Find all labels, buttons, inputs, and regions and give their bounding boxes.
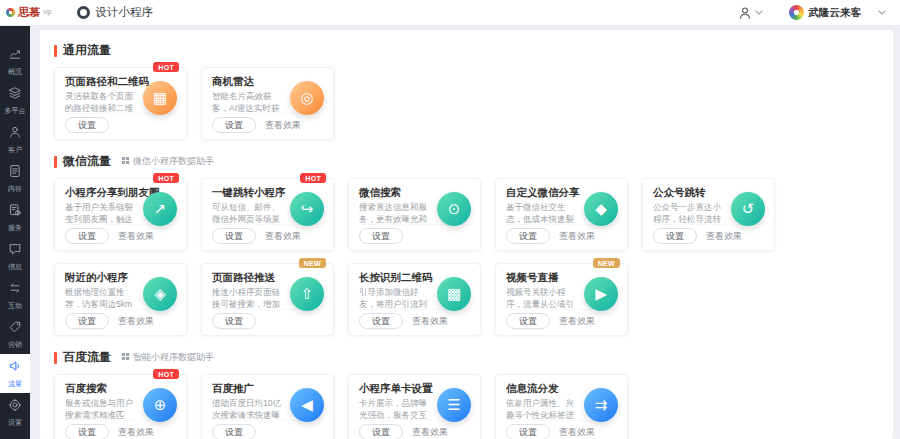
settings-button[interactable]: 设置 — [506, 228, 550, 244]
badge-new: NEW — [299, 258, 326, 268]
sidebar-item-traffic[interactable]: 流量 — [0, 354, 30, 393]
official-account-icon: ↺ — [731, 192, 765, 226]
icon-glyph: ⊙ — [448, 200, 461, 218]
sidebar-item-label: 流量 — [8, 378, 22, 388]
card-description: 可从短信、邮件、微信外网页等场景一键跳转至小程序 — [212, 201, 285, 224]
feature-card-video-live: NEW视频号直播视频号关联小程序，流量从公域引导至私域▶设置查看效果 — [495, 263, 628, 336]
sidebar-item-interaction[interactable]: 互动 — [0, 276, 30, 315]
chevron-down-icon — [755, 10, 763, 15]
section-header: 通用流量 — [54, 42, 893, 59]
account-name: 武隆云来客 — [809, 6, 862, 20]
card-actions: 设置 — [212, 420, 323, 439]
card-description: 基于用户关系链裂变到朋友圈，触达更多更广客户 — [65, 201, 138, 224]
view-effect-link[interactable]: 查看效果 — [118, 230, 154, 243]
settings-button[interactable]: 设置 — [212, 424, 256, 439]
sidebar-item-overview[interactable]: 概况 — [0, 42, 30, 81]
settings-button[interactable]: 设置 — [359, 424, 403, 439]
section-accent-bar — [54, 352, 57, 364]
sidebar-item-platforms[interactable]: 多平台 — [0, 81, 30, 120]
sidebar-item-label: 内容 — [8, 183, 22, 193]
radar-trophy-icon: ◎ — [290, 81, 324, 115]
section-header: 微信流量微信小程序数据助手 — [54, 153, 893, 170]
jump-arrow-icon: ↪ — [290, 192, 324, 226]
sidebar-item-services[interactable]: 服务 — [0, 198, 30, 237]
sidebar-item-label: 多平台 — [4, 105, 25, 115]
card-actions: 设置查看效果 — [653, 224, 764, 244]
icon-glyph: ◈ — [154, 285, 166, 303]
swap-arrows-icon — [8, 281, 22, 299]
card-grid: HOT小程序分享到朋友圈基于用户关系链裂变到朋友圈，触达更多更广客户↗设置查看效… — [54, 178, 784, 336]
icon-glyph: ↺ — [742, 200, 755, 218]
card-actions: 设置 — [65, 113, 176, 133]
brand-logo[interactable]: 思慕 vip — [0, 5, 51, 20]
badge-new: NEW — [593, 258, 620, 268]
section-header: 百度流量智能小程序数据助手 — [54, 349, 893, 366]
settings-button[interactable]: 设置 — [506, 313, 550, 329]
card-actions: 设置查看效果 — [359, 309, 470, 329]
section-title: 百度流量 — [63, 349, 111, 366]
path-push-icon: ⇧ — [290, 277, 324, 311]
settings-button[interactable]: 设置 — [212, 117, 256, 133]
video-live-icon: ▶ — [584, 277, 618, 311]
badge-hot: HOT — [153, 369, 179, 379]
sidebar-item-label: 服务 — [8, 222, 22, 232]
card-actions: 设置 — [212, 309, 323, 329]
sidebar-item-messages[interactable]: 信息 — [0, 237, 30, 276]
settings-button[interactable]: 设置 — [65, 117, 109, 133]
view-effect-link[interactable]: 查看效果 — [412, 426, 448, 439]
section-title: 微信流量 — [63, 153, 111, 170]
qr-code-icon: ▦ — [143, 81, 177, 115]
app-switcher[interactable]: 设计小程序 — [77, 5, 153, 20]
section-accent-bar — [54, 45, 57, 57]
promote-megaphone-icon: ◀ — [290, 388, 324, 422]
sidebar-item-label: 概况 — [8, 66, 22, 76]
view-effect-link[interactable]: 查看效果 — [559, 426, 595, 439]
settings-button[interactable]: 设置 — [212, 228, 256, 244]
view-effect-link[interactable]: 查看效果 — [118, 315, 154, 328]
settings-button[interactable]: 设置 — [359, 313, 403, 329]
card-actions: 设置查看效果 — [212, 224, 323, 244]
card-actions: 设置查看效果 — [506, 224, 617, 244]
view-effect-link[interactable]: 查看效果 — [118, 426, 154, 439]
settings-button[interactable]: 设置 — [506, 424, 550, 439]
view-effect-link[interactable]: 查看效果 — [412, 315, 448, 328]
settings-button[interactable]: 设置 — [212, 313, 256, 329]
card-actions: 设置查看效果 — [359, 420, 470, 439]
sidebar-item-settings[interactable]: 设置 — [0, 393, 30, 432]
service-doc-icon — [8, 203, 22, 221]
view-effect-link[interactable]: 查看效果 — [265, 119, 301, 132]
card-description: 服务或信息与用户搜索需求精准匹配，深度转化用户 — [65, 397, 138, 420]
content-panel: 通用流量HOT页面路径和二维码灵活获取各个页面的路径链接和二维码▦设置商机雷达智… — [40, 30, 893, 439]
settings-button[interactable]: 设置 — [653, 228, 697, 244]
top-bar: 思慕 vip 设计小程序 武隆云来客 — [0, 0, 900, 26]
settings-button[interactable]: 设置 — [65, 424, 109, 439]
settings-button[interactable]: 设置 — [359, 228, 403, 244]
card-description: 搜索直达信息和服务，更有效曝光和转化 — [359, 201, 432, 224]
account-menu[interactable]: 武隆云来客 — [789, 5, 887, 20]
view-effect-link[interactable]: 查看效果 — [559, 230, 595, 243]
chart-overview-icon — [8, 47, 22, 65]
sidebar-item-content[interactable]: 内容 — [0, 159, 30, 198]
message-icon — [8, 242, 22, 260]
feature-card-feed-distribution: 信息流分发依靠用户属性、兴趣等个性化标签进行精准分发⇉设置查看效果 — [495, 374, 628, 439]
card-description: 智能名片高效获客，AI雷达实时获取访客行为轨迹 — [212, 90, 285, 113]
user-menu[interactable] — [738, 6, 763, 20]
card-description: 基于微信社交生态，低成本快速裂变传播 — [506, 201, 579, 224]
account-logo-icon — [789, 5, 804, 20]
data-assistant-link[interactable]: 微信小程序数据助手 — [121, 155, 214, 168]
badge-hot: HOT — [300, 173, 326, 183]
sidebar-item-marketing[interactable]: 营销 — [0, 315, 30, 354]
settings-button[interactable]: 设置 — [65, 228, 109, 244]
gear-icon — [8, 398, 22, 416]
sidebar-item-label: 营销 — [8, 339, 22, 349]
sidebar-item-customers[interactable]: 客户 — [0, 120, 30, 159]
view-effect-link[interactable]: 查看效果 — [706, 230, 742, 243]
view-effect-link[interactable]: 查看效果 — [559, 315, 595, 328]
feature-card-nearby-miniprogram: 附近的小程序根据地理位置推荐，访客周边5km内小程序均可展示◈设置查看效果 — [54, 263, 187, 336]
card-grid: HOT页面路径和二维码灵活获取各个页面的路径链接和二维码▦设置商机雷达智能名片高… — [54, 67, 784, 140]
settings-button[interactable]: 设置 — [65, 313, 109, 329]
view-effect-link[interactable]: 查看效果 — [265, 230, 301, 243]
data-assistant-link[interactable]: 智能小程序数据助手 — [121, 351, 214, 364]
feed-distribution-icon: ⇉ — [584, 388, 618, 422]
feature-card-official-account-jump: 公众号跳转公众号一步直达小程序，轻松导流转化↺设置查看效果 — [642, 178, 775, 251]
